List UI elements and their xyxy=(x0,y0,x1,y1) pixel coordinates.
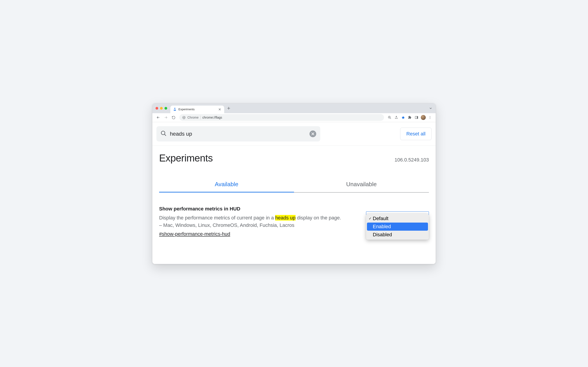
flag-dropdown[interactable]: ✓ Default Enabled Disabled xyxy=(366,211,429,220)
option-enabled[interactable]: Enabled xyxy=(367,223,428,231)
zoom-icon[interactable] xyxy=(386,114,393,121)
back-button[interactable] xyxy=(155,114,162,121)
page-content: Reset all Experiments 106.0.5249.103 Ava… xyxy=(152,122,436,264)
clear-search-button[interactable] xyxy=(309,131,316,137)
select-popup: ✓ Default Enabled Disabled xyxy=(366,214,429,240)
flag-description: Display the performance metrics of curre… xyxy=(159,214,343,229)
flag-desc-highlight: heads up xyxy=(275,215,296,221)
omnibox-url: chrome://flags xyxy=(202,116,222,119)
window-close-button[interactable] xyxy=(155,107,158,110)
extensions-icon[interactable] xyxy=(406,114,413,121)
flag-hash-link[interactable]: #show-performance-metrics-hud xyxy=(159,231,230,237)
svg-point-4 xyxy=(430,116,430,117)
title-row: Experiments 106.0.5249.103 xyxy=(159,152,429,164)
address-bar[interactable]: Chrome chrome://flags xyxy=(179,114,384,121)
reset-all-button[interactable]: Reset all xyxy=(400,128,432,140)
tab-close-button[interactable] xyxy=(218,108,222,111)
flag-title: Show performance metrics in HUD xyxy=(159,206,343,212)
svg-point-6 xyxy=(430,118,430,119)
reload-button[interactable] xyxy=(170,114,177,121)
profile-avatar[interactable] xyxy=(420,114,427,121)
tabs-dropdown-button[interactable] xyxy=(428,106,433,111)
tab-unavailable[interactable]: Unavailable xyxy=(294,177,429,192)
tab-available[interactable]: Available xyxy=(159,177,294,192)
flag-desc-before: Display the performance metrics of curre… xyxy=(159,215,275,221)
tab-strip: Experiments xyxy=(152,103,436,113)
omnibox-chip: Chrome xyxy=(187,116,199,119)
option-default[interactable]: ✓ Default xyxy=(367,215,428,223)
chrome-version: 106.0.5249.103 xyxy=(395,157,429,163)
tab-title: Experiments xyxy=(178,108,216,111)
browser-window: Experiments Chrome chrom xyxy=(152,103,436,264)
svg-point-5 xyxy=(430,117,430,118)
window-zoom-button[interactable] xyxy=(164,107,167,110)
toolbar-actions xyxy=(386,114,433,121)
kebab-menu-icon[interactable] xyxy=(427,114,433,121)
flags-search-box[interactable] xyxy=(156,126,320,142)
toolbar: Chrome chrome://flags xyxy=(152,113,436,122)
window-minimize-button[interactable] xyxy=(160,107,163,110)
window-controls xyxy=(155,107,167,110)
search-icon xyxy=(161,130,167,137)
forward-button[interactable] xyxy=(162,114,169,121)
chrome-icon xyxy=(182,116,185,119)
page-title: Experiments xyxy=(159,152,213,164)
flag-text: Show performance metrics in HUD Display … xyxy=(159,206,343,237)
flag-entry: Show performance metrics in HUD Display … xyxy=(159,206,429,237)
new-tab-button[interactable] xyxy=(226,105,232,111)
svg-point-7 xyxy=(161,131,165,134)
flags-search-input[interactable] xyxy=(170,131,306,137)
sidepanel-icon[interactable] xyxy=(413,114,420,121)
tabs-row: Available Unavailable xyxy=(159,177,429,192)
option-label: Enabled xyxy=(373,224,391,230)
option-label: Default xyxy=(373,216,388,221)
search-row: Reset all xyxy=(152,122,436,146)
check-icon: ✓ xyxy=(368,217,372,221)
flask-icon xyxy=(173,108,177,111)
option-label: Disabled xyxy=(373,232,392,238)
option-disabled[interactable]: Disabled xyxy=(367,231,428,239)
share-icon[interactable] xyxy=(393,114,400,121)
bookmark-star-icon[interactable] xyxy=(400,114,406,121)
browser-tab[interactable]: Experiments xyxy=(170,106,224,113)
